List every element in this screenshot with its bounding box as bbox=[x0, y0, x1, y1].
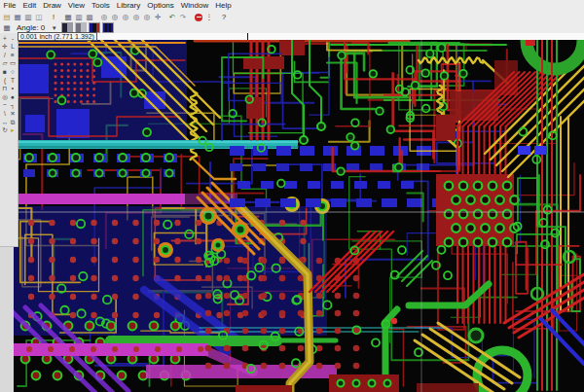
pads-icon[interactable]: ▥ bbox=[74, 13, 84, 21]
rect-tool[interactable]: ▭ bbox=[9, 59, 17, 68]
angle-value: 0 bbox=[41, 23, 51, 32]
coordinate-readout: 0.001 inch (2.771 1.392) bbox=[18, 32, 97, 41]
circle-tool[interactable]: ○ bbox=[9, 68, 17, 77]
arc-tool[interactable]: ( bbox=[1, 77, 9, 86]
layers-icon[interactable]: ▩ bbox=[85, 13, 94, 21]
tool-palette: ↖□+-✛L/≡▱▭■○(T⊓•◎●~┐\✕↔⧉↻▸ bbox=[0, 25, 18, 247]
layer-visibility-button[interactable] bbox=[102, 22, 114, 33]
angle-dropdown-icon[interactable]: ▼ bbox=[52, 25, 57, 31]
save-icon[interactable]: ▦ bbox=[13, 13, 22, 21]
more-icon[interactable]: ⋮ bbox=[204, 13, 214, 21]
autoroute-tool[interactable]: \ bbox=[1, 110, 9, 119]
plot-icon[interactable]: ◫ bbox=[34, 13, 44, 21]
rotate-tool[interactable]: ↻ bbox=[1, 126, 9, 135]
print-icon[interactable]: ▥ bbox=[23, 13, 33, 21]
command-input-caret[interactable] bbox=[247, 33, 248, 40]
zoom-out-tool[interactable]: - bbox=[9, 35, 17, 44]
stop-icon[interactable] bbox=[195, 14, 202, 21]
help-icon[interactable]: ? bbox=[219, 13, 229, 21]
zoom-in-tool[interactable]: + bbox=[1, 35, 9, 44]
menu-item-view[interactable]: View bbox=[64, 0, 88, 12]
zoom-out-icon[interactable]: ◎ bbox=[110, 13, 120, 21]
pad-tool[interactable]: ● bbox=[9, 93, 17, 102]
menu-item-library[interactable]: Library bbox=[113, 0, 143, 12]
via-tool[interactable]: ◎ bbox=[1, 93, 9, 102]
menu-item-draw[interactable]: Draw bbox=[40, 0, 65, 12]
pcb-canvas[interactable] bbox=[14, 40, 584, 392]
zoom-full-icon[interactable]: ◎ bbox=[131, 13, 141, 21]
text-tool[interactable]: T bbox=[9, 77, 17, 86]
menu-item-window[interactable]: Window bbox=[177, 0, 211, 12]
delete-tool[interactable]: ✕ bbox=[9, 110, 17, 119]
pan-tool[interactable]: ✛ bbox=[1, 43, 9, 52]
highlight-tool[interactable]: ▸ bbox=[9, 126, 17, 135]
polygon-tool[interactable]: ▱ bbox=[1, 59, 9, 68]
menu-item-options[interactable]: Options bbox=[144, 0, 178, 12]
menu-item-tools[interactable]: Tools bbox=[89, 0, 114, 12]
menu-item-help[interactable]: Help bbox=[212, 0, 235, 12]
angle-label: Angle: bbox=[17, 23, 39, 32]
menu-item-file[interactable]: File bbox=[0, 0, 19, 12]
toolbar-separator bbox=[189, 13, 193, 21]
ruler-tool[interactable]: L bbox=[9, 43, 17, 52]
component-tool[interactable]: ⊓ bbox=[1, 85, 9, 93]
pin-tool[interactable]: • bbox=[9, 85, 17, 93]
route-tool[interactable]: ┐ bbox=[9, 101, 17, 110]
pcb-artwork bbox=[14, 40, 584, 392]
open-icon[interactable]: ▤ bbox=[2, 13, 12, 21]
move-tool[interactable]: ↔ bbox=[1, 119, 9, 127]
pcb-editor-window: FileEditDrawViewToolsLibraryOptionsWindo… bbox=[0, 0, 584, 392]
menu-item-edit[interactable]: Edit bbox=[19, 0, 40, 12]
redo-icon[interactable]: ↷ bbox=[178, 13, 188, 21]
pan-icon[interactable]: ✛ bbox=[153, 13, 163, 21]
copy-tool[interactable]: ⧉ bbox=[9, 119, 17, 127]
filled-rect-tool[interactable]: ■ bbox=[1, 68, 9, 77]
trace-tool[interactable]: ~ bbox=[1, 101, 9, 110]
status-command-row: 0.001 inch (2.771 1.392) bbox=[18, 33, 584, 40]
zoom-in-icon[interactable]: ◎ bbox=[99, 13, 109, 21]
undo-icon[interactable]: ↶ bbox=[167, 13, 177, 21]
bus-tool[interactable]: ≡ bbox=[9, 52, 17, 60]
zoom-window-icon[interactable]: ◎ bbox=[121, 13, 130, 21]
line-tool[interactable]: / bbox=[1, 52, 9, 60]
main-toolbar: ▤▦▥◫!▦▥▩◎◎◎◎◎✛↶↷⋮? bbox=[0, 12, 584, 22]
zoom-prev-icon[interactable]: ◎ bbox=[142, 13, 152, 21]
pin-icon[interactable]: ! bbox=[49, 13, 58, 21]
snap-grid-icon[interactable]: ▦ bbox=[2, 23, 12, 32]
grid-icon[interactable]: ▦ bbox=[63, 13, 73, 21]
